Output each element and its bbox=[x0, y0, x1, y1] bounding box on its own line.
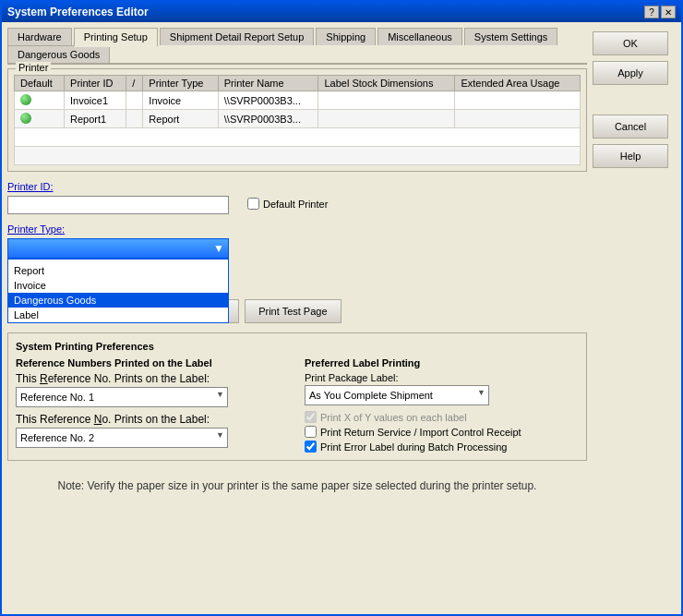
pref-label-title: Preferred Label Printing bbox=[305, 357, 579, 368]
main-content: Hardware Printing Setup Shipment Detail … bbox=[2, 22, 681, 614]
ref1-group: This Reference No. Prints on the Label: … bbox=[16, 372, 290, 407]
printer-type-dropdown-list: Report Invoice Dangerous Goods Label bbox=[7, 259, 229, 323]
main-window: System Preferences Editor ? ✕ Hardware P… bbox=[0, 0, 683, 616]
prefs-inner: Reference Numbers Printed on the Label T… bbox=[16, 357, 579, 453]
content-area: Printer Default Printer ID / Printer Typ… bbox=[7, 68, 587, 609]
check2-label: Print Return Service / Import Control Re… bbox=[320, 427, 521, 438]
chevron-down-icon: ▼ bbox=[213, 242, 224, 255]
printer-group-label: Printer bbox=[16, 62, 51, 73]
cell-printer-name: \\SVRP0003B3... bbox=[218, 91, 318, 110]
tab-printing-setup[interactable]: Printing Setup bbox=[74, 28, 158, 47]
note-text: Note: Verify the paper size in your prin… bbox=[7, 474, 587, 498]
note-content: Note: Verify the paper size in your prin… bbox=[58, 479, 537, 492]
cell-extended-area bbox=[455, 91, 581, 110]
printer-group: Printer Default Printer ID / Printer Typ… bbox=[7, 68, 587, 172]
title-bar: System Preferences Editor ? ✕ bbox=[2, 2, 681, 22]
apply-button[interactable]: Apply bbox=[593, 61, 668, 85]
table-row[interactable]: Invoice1 Invoice \\SVRP0003B3... bbox=[15, 91, 581, 110]
printer-id-input[interactable] bbox=[7, 196, 229, 214]
col-slash: / bbox=[126, 76, 143, 91]
tab-bar: Hardware Printing Setup Shipment Detail … bbox=[7, 28, 587, 65]
print-pkg-select-container: As You Complete Shipment End of Shipment bbox=[305, 385, 489, 405]
cell-default bbox=[15, 91, 65, 110]
tab-system-settings[interactable]: System Settings bbox=[464, 28, 557, 45]
prefs-right: Preferred Label Printing Print Package L… bbox=[305, 357, 579, 453]
cell-default bbox=[15, 110, 65, 128]
cell-printer-id: Invoice1 bbox=[65, 91, 126, 110]
cell-label-stock bbox=[318, 91, 455, 110]
close-title-btn[interactable]: ✕ bbox=[661, 6, 676, 18]
spacer bbox=[593, 91, 676, 109]
ref2-group: This Reference No. Prints on the Label: … bbox=[16, 413, 290, 448]
default-printer-label: Default Printer bbox=[263, 199, 328, 210]
check-options: Print X of Y values on each label Print … bbox=[305, 411, 579, 453]
printer-type-dropdown-btn[interactable]: ▼ bbox=[7, 238, 229, 259]
check1-row: Print X of Y values on each label bbox=[305, 411, 579, 423]
printer-type-dropdown-container: ▼ Report Invoice Dangerous Goods Label bbox=[7, 238, 229, 259]
print-test-button[interactable]: Print Test Page bbox=[245, 299, 341, 323]
ref1-select[interactable]: Reference No. 1 Reference No. 2 Referenc… bbox=[16, 387, 228, 407]
printer-id-row: Printer ID: Default Printer bbox=[7, 181, 587, 214]
cell-extended-area bbox=[455, 110, 581, 128]
tab-dangerous-goods[interactable]: Dangerous Goods bbox=[7, 45, 110, 63]
cell-printer-id: Report1 bbox=[65, 110, 126, 128]
default-printer-row: Default Printer bbox=[247, 198, 328, 210]
ref-section-title: Reference Numbers Printed on the Label bbox=[16, 357, 290, 368]
printer-id-label: Printer ID: bbox=[7, 181, 81, 192]
printer-type-label: Printer Type: bbox=[7, 223, 81, 235]
printer-table: Default Printer ID / Printer Type Printe… bbox=[14, 75, 581, 165]
col-extended-area: Extended Area Usage bbox=[455, 76, 581, 91]
dropdown-item-invoice[interactable]: Invoice bbox=[8, 278, 228, 293]
cell-printer-type: Report bbox=[143, 110, 218, 128]
table-row-empty bbox=[15, 147, 581, 165]
dropdown-item-report[interactable]: Report bbox=[8, 263, 228, 278]
printer-type-label-row: Printer Type: bbox=[7, 223, 587, 235]
check1-label: Print X of Y values on each label bbox=[320, 412, 467, 423]
ref2-select[interactable]: Reference No. 1 Reference No. 2 Referenc… bbox=[16, 428, 228, 448]
printer-id-label-row: Printer ID: bbox=[7, 181, 229, 192]
dropdown-item-label[interactable]: Label bbox=[8, 308, 228, 322]
ref1-label: This Reference No. Prints on the Label: bbox=[16, 372, 290, 385]
ref1-select-container: Reference No. 1 Reference No. 2 Referenc… bbox=[16, 387, 228, 407]
tab-miscellaneous[interactable]: Miscellaneous bbox=[377, 28, 462, 45]
col-default: Default bbox=[15, 76, 65, 91]
ref2-select-container: Reference No. 1 Reference No. 2 Referenc… bbox=[16, 428, 228, 448]
sys-prefs-title: System Printing Preferences bbox=[16, 341, 579, 352]
cell-printer-name: \\SVRP0003B3... bbox=[218, 110, 318, 128]
ref1-label-text: This Reference No. Prints on the Label: bbox=[16, 372, 210, 385]
col-label-stock: Label Stock Dimensions bbox=[318, 76, 455, 91]
printer-type-group: Printer Type: ▼ Report Invoice Dangerous… bbox=[7, 223, 587, 259]
check2-checkbox[interactable] bbox=[305, 426, 317, 438]
check1-checkbox[interactable] bbox=[305, 411, 317, 423]
left-panel: Hardware Printing Setup Shipment Detail … bbox=[7, 28, 587, 609]
cell-label-stock bbox=[318, 110, 455, 128]
ref2-label-text: This Reference No. Prints on the Label: bbox=[16, 413, 210, 426]
printer-id-group: Printer ID: bbox=[7, 181, 229, 214]
ok-button[interactable]: OK bbox=[593, 31, 668, 55]
print-pkg-label: Print Package Label: bbox=[305, 372, 579, 383]
tab-hardware[interactable]: Hardware bbox=[7, 28, 72, 45]
cell-slash bbox=[126, 110, 143, 128]
tab-shipment-detail[interactable]: Shipment Detail Report Setup bbox=[160, 28, 315, 45]
default-printer-checkbox[interactable] bbox=[247, 198, 259, 210]
table-row[interactable]: Report1 Report \\SVRP0003B3... bbox=[15, 110, 581, 128]
table-row-empty bbox=[15, 128, 581, 147]
print-pkg-select[interactable]: As You Complete Shipment End of Shipment bbox=[305, 385, 489, 405]
check3-row: Print Error Label during Batch Processin… bbox=[305, 441, 579, 453]
col-printer-type: Printer Type bbox=[143, 76, 218, 91]
check3-label: Print Error Label during Batch Processin… bbox=[320, 441, 507, 453]
check3-checkbox[interactable] bbox=[305, 441, 317, 453]
cell-slash bbox=[126, 91, 143, 110]
right-panel: OK Apply Cancel Help bbox=[593, 28, 676, 609]
dropdown-item-dangerous-goods[interactable]: Dangerous Goods bbox=[8, 293, 228, 308]
cell-printer-type: Invoice bbox=[143, 91, 218, 110]
green-dot-icon bbox=[20, 113, 31, 124]
help-title-btn[interactable]: ? bbox=[644, 6, 659, 18]
tab-shipping[interactable]: Shipping bbox=[316, 28, 376, 45]
cancel-button[interactable]: Cancel bbox=[593, 115, 668, 139]
sys-prefs-group: System Printing Preferences Reference Nu… bbox=[7, 332, 587, 461]
col-printer-id: Printer ID bbox=[65, 76, 126, 91]
help-button[interactable]: Help bbox=[593, 144, 668, 168]
ref2-label: This Reference No. Prints on the Label: bbox=[16, 413, 290, 426]
window-title: System Preferences Editor bbox=[7, 6, 149, 18]
